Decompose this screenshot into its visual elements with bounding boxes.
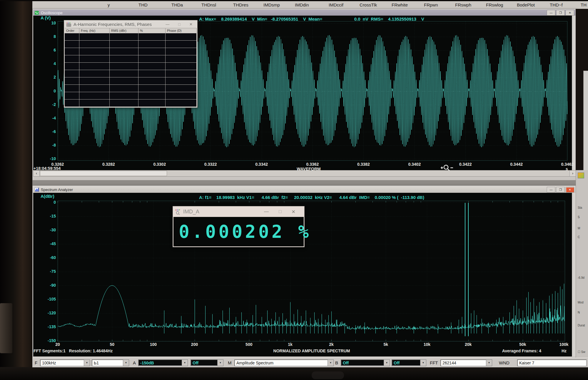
harmonics-column-header[interactable]: Order [65, 28, 79, 34]
spectrum-y-tick-label: -75 [41, 269, 56, 274]
table-row[interactable] [65, 99, 197, 107]
menu-item-TH[interactable]: TH [581, 2, 587, 7]
spectrum-titlebar[interactable]: Spectrum Analyzer — ❐ ✕ [33, 186, 575, 193]
imd-titlebar[interactable]: DDP IMD_A — □ ✕ [173, 206, 304, 217]
oscilloscope-restore-button[interactable]: ❐ [556, 10, 565, 16]
harmonics-column-header[interactable]: Phase (D) [166, 28, 197, 34]
dropdown-arrow-icon[interactable]: ▼ [420, 360, 426, 366]
right-panel-icon[interactable] [578, 172, 584, 178]
oscilloscope-minimize-button[interactable]: — [547, 10, 555, 16]
maximize-icon[interactable]: □ [178, 22, 181, 26]
spectrum-close-button[interactable]: ✕ [566, 187, 574, 193]
spectrum-maximize-button[interactable]: ❐ [556, 187, 565, 193]
right-panel-fragment[interactable]: Sta [578, 206, 582, 209]
table-row[interactable] [65, 85, 197, 92]
menu-item-THD~f[interactable]: THD~f [550, 2, 563, 7]
table-cell [138, 99, 166, 107]
oscilloscope-right-scrollbar[interactable] [572, 16, 576, 170]
toolbar-combo-field6[interactable]: Off▼ [392, 359, 426, 366]
zoom-magnifier-icon[interactable] [440, 164, 454, 172]
menu-item-FRwhite[interactable]: FRwhite [392, 2, 408, 7]
menu-item-IMDdin[interactable]: IMDdin [295, 2, 309, 7]
dropdown-arrow-icon[interactable]: ▼ [182, 360, 188, 366]
toolbar-combo-B[interactable]: Off▼ [341, 359, 390, 366]
dropdown-arrow-icon[interactable]: ▼ [84, 360, 90, 366]
scope-y-tick-label: -4 [43, 116, 56, 120]
table-row[interactable] [65, 48, 197, 55]
scope-y-tick-label: 0 [43, 89, 56, 93]
scope-y-tick-label: -10 [43, 156, 56, 161]
spectrum-y-tick-label: -45 [41, 241, 56, 246]
right-panel-fragment[interactable]: M [578, 227, 580, 230]
dropdown-arrow-icon[interactable]: ▼ [384, 360, 390, 366]
menu-item-THD[interactable]: THD [138, 2, 148, 7]
scrollbar-thumb[interactable] [40, 171, 167, 176]
toolbar-combo-field3[interactable]: Off▼ [191, 359, 223, 366]
dropdown-arrow-icon[interactable]: ▼ [328, 360, 333, 366]
spectrum-right-scrollbar[interactable] [572, 193, 576, 356]
menu-item-THDa[interactable]: THDa [171, 2, 183, 7]
dropdown-arrow-icon[interactable]: ▼ [217, 360, 223, 366]
menu-item-BodePlot[interactable]: BodePlot [517, 2, 535, 7]
toolbar-combo-F[interactable]: 100kHz▼ [40, 359, 90, 366]
scroll-left-arrow-icon[interactable]: ‹ [34, 170, 40, 176]
right-panel-fragment[interactable]: Durat [578, 324, 585, 327]
table-cell [110, 41, 138, 48]
table-cell [110, 85, 138, 92]
right-panel-fragment[interactable]: Mod [578, 301, 583, 304]
svg-text:P: P [69, 22, 71, 24]
spectrum-x-tick-label: 100k [552, 342, 576, 347]
scope-channel-label: A (V) [41, 15, 51, 20]
menu-item-CrossTlk[interactable]: CrossTlk [360, 2, 377, 7]
scroll-right-arrow-icon[interactable]: › [569, 170, 576, 176]
menu-item-FRpwn[interactable]: FRpwn [424, 2, 438, 7]
oscilloscope-close-button[interactable]: ✕ [566, 10, 574, 16]
table-row[interactable] [65, 70, 197, 77]
toolbar-combo-FFT[interactable]: 262144▼ [440, 359, 492, 366]
oscilloscope-titlebar[interactable]: Oscilloscope — ❐ ✕ [33, 10, 575, 16]
dropdown-arrow-icon[interactable]: ▼ [123, 360, 129, 366]
dropdown-arrow-icon[interactable]: ▼ [486, 360, 492, 366]
menu-item-THDres[interactable]: THDres [233, 2, 248, 7]
averaged-frames-status: Averaged Frames: 4 [470, 349, 541, 353]
right-panel-fragment[interactable]: S [578, 215, 580, 219]
table-row[interactable] [65, 77, 197, 85]
menu-item-THDnsl[interactable]: THDnsl [201, 2, 216, 7]
right-panel-fragment[interactable]: ☐ Sw [578, 350, 585, 354]
table-cell [65, 70, 79, 77]
menu-item-IMDccif[interactable]: IMDccif [329, 2, 343, 7]
close-icon[interactable]: ✕ [189, 22, 193, 26]
imd-title: IMD_A [183, 209, 199, 215]
spectrum-minimize-button[interactable]: — [547, 187, 555, 193]
toolbar-combo-M[interactable]: Amplitude Spectrum▼ [234, 359, 334, 366]
minimize-icon[interactable]: — [264, 209, 269, 215]
harmonics-table-body[interactable] [65, 33, 197, 107]
toolbar-combo-WND[interactable]: Kaiser 7 [517, 359, 587, 366]
table-row[interactable] [65, 41, 197, 48]
menu-item-FRswph[interactable]: FRswph [455, 2, 471, 7]
harmonics-column-header[interactable]: Freq. (Hz) [79, 28, 110, 34]
maximize-icon[interactable]: □ [279, 209, 282, 215]
right-panel-fragment[interactable]: N [578, 311, 580, 314]
menu-item-IMDsmp[interactable]: IMDsmp [263, 2, 280, 7]
table-cell [65, 77, 79, 84]
scope-x-tick-label: 0.3402 [401, 162, 428, 167]
right-panel-fragment[interactable]: -6.9d [578, 276, 584, 279]
harmonics-column-header[interactable]: RMS (dBr) [110, 28, 138, 34]
toolbar-label-F: F [35, 360, 37, 365]
scope-x-tick-label: 0.3282 [95, 162, 122, 167]
minimize-icon[interactable]: — [166, 22, 169, 26]
harmonics-column-header[interactable]: % [138, 28, 166, 34]
right-panel-fragment[interactable]: C [578, 235, 580, 239]
toolbar-combo-field1[interactable]: Ь1▼ [92, 359, 129, 366]
menu-item-FRswlog[interactable]: FRswlog [486, 2, 503, 7]
toolbar-combo-A[interactable]: -150dB▼ [138, 359, 188, 366]
close-icon[interactable]: ✕ [292, 209, 295, 215]
table-row[interactable] [65, 92, 197, 99]
harmonics-titlebar[interactable]: DDP A-Harmonic Frequencies, RMS, Phases … [64, 20, 197, 28]
table-cell [79, 63, 110, 70]
menu-item-y[interactable]: y [108, 2, 110, 7]
table-row[interactable] [65, 63, 197, 70]
table-row[interactable] [65, 33, 197, 41]
table-row[interactable] [65, 55, 197, 63]
